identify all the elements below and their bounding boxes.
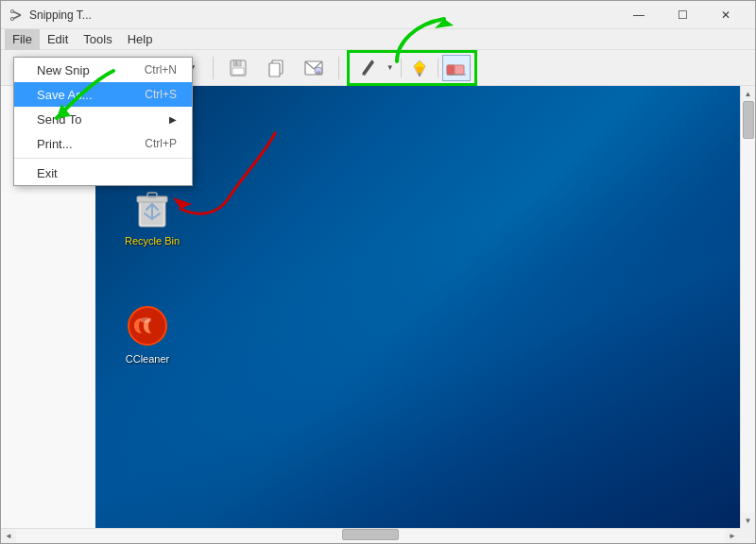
pen-dropdown-arrow: ▼ [387, 63, 394, 72]
title-bar-left: Snipping T... [9, 8, 92, 23]
file-menu-dropdown: New Snip Ctrl+N Save As... Ctrl+S Send T… [13, 57, 193, 186]
menu-bar: File Edit Tools Help [1, 29, 755, 50]
menu-file[interactable]: File [5, 29, 40, 50]
snipping-tool-window: Snipping T... — ☐ ✕ File Edit Tools Help… [0, 0, 756, 544]
print-shortcut: Ctrl+P [145, 137, 177, 150]
svg-rect-25 [447, 65, 455, 75]
svg-rect-13 [269, 63, 280, 76]
tool-separator-2 [438, 59, 438, 77]
svg-rect-10 [232, 68, 244, 75]
menu-exit[interactable]: Exit [14, 161, 192, 185]
close-button[interactable]: ✕ [704, 1, 747, 29]
menu-new-snip[interactable]: New Snip Ctrl+N [14, 58, 192, 82]
recycle-bin-label: Recycle Bin [122, 234, 182, 247]
recycle-bin-icon[interactable]: Recycle Bin [119, 185, 185, 247]
copy-icon [266, 58, 286, 78]
menu-save-as[interactable]: Save As... Ctrl+S [14, 82, 192, 107]
email-button[interactable]: ∞ [297, 54, 331, 82]
scroll-left-button[interactable]: ◄ [1, 529, 16, 544]
new-snip-shortcut: Ctrl+N [145, 63, 177, 76]
scroll-up-button[interactable]: ▲ [741, 86, 756, 101]
drawing-tools-group: ▼ [347, 50, 477, 86]
horizontal-scrollbar: ◄ ► [1, 528, 740, 543]
eraser-icon [444, 59, 469, 77]
save-as-shortcut: Ctrl+S [145, 88, 177, 101]
title-text: Snipping T... [29, 8, 92, 22]
send-to-text: Send To [37, 112, 81, 127]
scroll-track-v [741, 101, 755, 513]
scroll-track-h [16, 529, 725, 543]
pen-dropdown-button[interactable]: ▼ [384, 55, 397, 81]
send-to-arrow: ▶ [169, 114, 177, 125]
print-text: Print... [37, 137, 73, 151]
svg-rect-36 [147, 193, 157, 197]
scroll-down-button[interactable]: ▼ [741, 513, 756, 528]
vertical-scrollbar: ▲ ▼ [740, 86, 755, 528]
exit-text: Exit [37, 166, 58, 180]
scroll-thumb-h[interactable] [342, 529, 399, 540]
svg-text:∞: ∞ [316, 68, 320, 75]
svg-line-1 [14, 15, 22, 19]
save-as-text: Save As... [37, 88, 93, 102]
eraser-tool-button[interactable] [442, 55, 471, 81]
highlighter-icon [410, 59, 429, 77]
svg-marker-18 [362, 60, 374, 76]
save-button[interactable] [221, 54, 255, 82]
pen-tool-button[interactable] [353, 55, 382, 81]
svg-point-39 [140, 317, 151, 323]
app-icon [9, 8, 24, 23]
ccleaner-label: CCleaner [123, 352, 172, 366]
tool-separator-1 [401, 59, 402, 77]
ccleaner-image [125, 303, 170, 348]
scroll-thumb-v[interactable] [743, 101, 754, 139]
menu-separator [14, 158, 192, 159]
title-bar: Snipping T... — ☐ ✕ [1, 1, 755, 29]
menu-edit[interactable]: Edit [40, 29, 76, 50]
copy-button[interactable] [259, 54, 293, 82]
menu-help[interactable]: Help [120, 29, 161, 50]
menu-print[interactable]: Print... Ctrl+P [14, 131, 192, 156]
email-icon: ∞ [303, 60, 324, 76]
pen-icon [358, 59, 377, 77]
toolbar-separator-2 [213, 57, 214, 79]
menu-send-to[interactable]: Send To ▶ [14, 107, 192, 131]
save-icon [228, 58, 249, 78]
toolbar-separator-3 [338, 57, 339, 79]
highlighter-tool-button[interactable] [405, 55, 434, 81]
svg-line-0 [14, 11, 22, 15]
scroll-right-button[interactable]: ► [725, 529, 740, 544]
title-controls: — ☐ ✕ [617, 1, 747, 29]
svg-rect-11 [235, 61, 237, 65]
maximize-button[interactable]: ☐ [661, 1, 704, 29]
recycle-bin-image [129, 185, 175, 230]
ccleaner-icon[interactable]: CCleaner [114, 303, 180, 366]
minimize-button[interactable]: — [617, 1, 661, 29]
new-snip-text: New Snip [37, 63, 90, 77]
menu-tools[interactable]: Tools [76, 29, 119, 50]
